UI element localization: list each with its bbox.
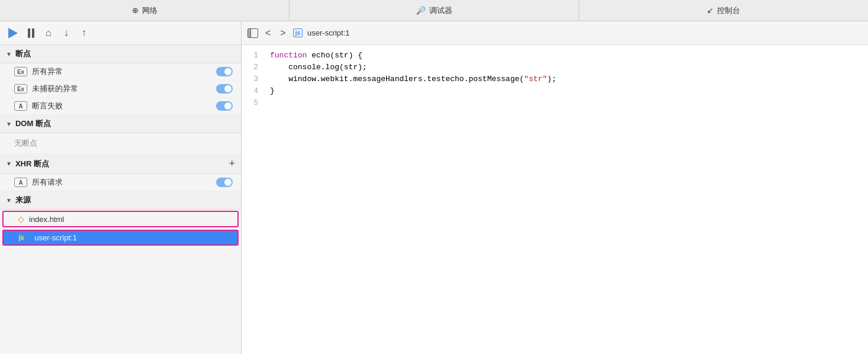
editor-file-tab: user-script:1 xyxy=(307,28,350,37)
network-icon: ⊕ xyxy=(132,6,139,15)
forward-button[interactable]: > xyxy=(278,27,288,40)
breakpoint-assert-fail: A 断言失败 xyxy=(0,98,241,115)
debugger-toolbar: ⌂ ↓ ↑ xyxy=(0,21,241,45)
step-out-icon: ↑ xyxy=(82,27,87,39)
step-into-button[interactable]: ↓ xyxy=(60,27,72,39)
add-xhr-breakpoint-button[interactable]: + xyxy=(229,157,235,170)
breakpoints-section-header[interactable]: ▼ 断点 xyxy=(0,45,241,63)
source-user-script-label: user-script:1 xyxy=(34,233,77,242)
line-numbers: 1 2 3 4 5 xyxy=(242,50,265,349)
back-button[interactable]: < xyxy=(263,27,273,40)
sources-section-header[interactable]: ▼ 来源 xyxy=(0,191,241,210)
html-file-icon: ◇ xyxy=(18,214,24,224)
sources-triangle: ▼ xyxy=(6,197,12,204)
assert-fail-toggle[interactable] xyxy=(216,101,233,111)
console-icon: ↙ xyxy=(707,6,713,15)
debugger-icon: 🔎 xyxy=(416,6,426,15)
breakpoints-label: 断点 xyxy=(15,49,31,59)
source-user-script[interactable]: js user-script:1 xyxy=(2,230,239,246)
dom-empty-message: 无断点 xyxy=(0,133,241,154)
play-icon xyxy=(8,28,18,38)
step-into-icon: ↓ xyxy=(64,27,69,39)
nav-debugger-label: 调试器 xyxy=(429,5,452,16)
js-file-icon: js xyxy=(18,234,25,242)
nav-network-label: 网络 xyxy=(142,5,157,16)
uncaught-exceptions-toggle[interactable] xyxy=(216,84,233,94)
nav-debugger[interactable]: 🔎 调试器 xyxy=(290,0,579,21)
left-panel: ⌂ ↓ ↑ ▼ 断点 Ex 所有异常 Ex 未捕获的异常 A 断言失败 xyxy=(0,21,242,354)
code-line-1: function echo(str) { xyxy=(270,50,863,62)
assert-fail-label: 断言失败 xyxy=(32,101,216,111)
breakpoint-all-exceptions: Ex 所有异常 xyxy=(0,63,241,81)
breakpoints-triangle: ▼ xyxy=(6,51,12,57)
pause-button[interactable] xyxy=(25,27,37,39)
dom-breakpoints-section-header[interactable]: ▼ DOM 断点 xyxy=(0,115,241,133)
uncaught-exceptions-badge: Ex xyxy=(14,84,27,94)
all-exceptions-toggle[interactable] xyxy=(216,67,233,76)
nav-console[interactable]: ↙ 控制台 xyxy=(579,0,868,21)
step-over-button[interactable]: ⌂ xyxy=(43,27,54,39)
nav-console-label: 控制台 xyxy=(717,5,740,16)
pause-icon xyxy=(28,28,34,38)
code-content: function echo(str) { console.log(str); w… xyxy=(265,50,868,349)
sources-label: 来源 xyxy=(15,195,31,205)
editor-toolbar: < > js user-script:1 xyxy=(242,21,868,45)
code-line-2: console.log(str); xyxy=(270,62,863,73)
main-content: ⌂ ↓ ↑ ▼ 断点 Ex 所有异常 Ex 未捕获的异常 A 断言失败 xyxy=(0,21,868,354)
all-requests-badge: A xyxy=(14,178,27,187)
uncaught-exceptions-label: 未捕获的异常 xyxy=(32,83,216,94)
code-line-4: } xyxy=(270,85,863,97)
assert-fail-badge: A xyxy=(14,101,27,111)
right-panel: < > js user-script:1 1 2 3 4 5 function … xyxy=(242,21,868,354)
play-button[interactable] xyxy=(7,27,19,39)
code-line-3: window.webkit.messageHandlers.testecho.p… xyxy=(270,73,863,85)
dom-breakpoints-triangle: ▼ xyxy=(6,121,12,127)
breakpoint-uncaught-exceptions: Ex 未捕获的异常 xyxy=(0,81,241,98)
top-nav: ⊕ 网络 🔎 调试器 ↙ 控制台 xyxy=(0,0,868,21)
xhr-breakpoints-triangle: ▼ xyxy=(6,160,12,167)
source-index-html[interactable]: ◇ index.html xyxy=(2,211,239,227)
code-editor[interactable]: 1 2 3 4 5 function echo(str) { console.l… xyxy=(242,45,868,354)
all-exceptions-label: 所有异常 xyxy=(32,66,216,77)
xhr-breakpoints-label: XHR 断点 xyxy=(15,159,49,169)
all-requests-label: 所有请求 xyxy=(32,177,216,188)
code-line-5 xyxy=(270,97,863,109)
all-requests-toggle[interactable] xyxy=(216,178,233,187)
xhr-all-requests: A 所有请求 xyxy=(0,174,241,191)
source-index-html-label: index.html xyxy=(29,215,64,224)
editor-file-icon: js xyxy=(293,28,303,37)
nav-network[interactable]: ⊕ 网络 xyxy=(0,0,290,21)
sidebar-toggle-button[interactable] xyxy=(247,28,258,38)
xhr-breakpoints-section-header[interactable]: ▼ XHR 断点 + xyxy=(0,154,241,174)
step-out-button[interactable]: ↑ xyxy=(78,27,90,39)
step-over-icon: ⌂ xyxy=(46,27,52,39)
all-exceptions-badge: Ex xyxy=(14,67,27,76)
dom-breakpoints-label: DOM 断点 xyxy=(15,118,51,129)
